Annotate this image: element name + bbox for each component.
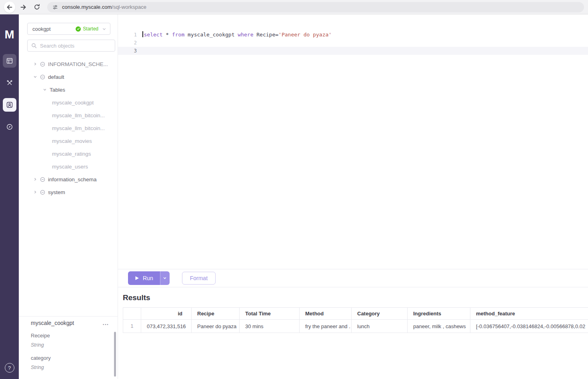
cluster-status-badge: Started bbox=[76, 26, 98, 32]
address-bar[interactable]: console.myscale.com/sql-workspace bbox=[47, 2, 584, 12]
cell-id[interactable]: 073,472,331,516 bbox=[141, 320, 192, 333]
schema-tree: INFORMATION_SCHE... default Tables mysca… bbox=[19, 58, 118, 316]
chevron-down-icon bbox=[163, 276, 167, 280]
back-button[interactable] bbox=[4, 2, 15, 13]
tree-item-table-myscale-users[interactable]: myscale_users bbox=[19, 160, 118, 173]
cell-method-feature[interactable]: [-0.036756407,-0.038146824,-0.00566878,0… bbox=[470, 320, 588, 333]
cluster-status-text: Started bbox=[83, 26, 98, 32]
line-number-2: 2 bbox=[118, 39, 137, 47]
help-glyph: ? bbox=[8, 365, 11, 371]
cell-rownum: 1 bbox=[123, 320, 141, 333]
url-path: /sql-workspace bbox=[112, 4, 146, 10]
header-method[interactable]: Method bbox=[300, 308, 352, 320]
search-input[interactable] bbox=[39, 42, 111, 49]
sql-token: myscale_cookgpt bbox=[188, 32, 238, 38]
run-options-dropdown[interactable] bbox=[160, 271, 170, 285]
tree-item-table-myscale-ratings[interactable]: myscale_ratings bbox=[19, 147, 118, 160]
editor-toolbar: Run Format bbox=[118, 269, 588, 287]
header-total-time[interactable]: Total Time bbox=[240, 308, 300, 320]
cell-category[interactable]: lunch bbox=[352, 320, 408, 333]
cell-method[interactable]: fry the paneer and . bbox=[300, 320, 352, 333]
field-type: String bbox=[31, 342, 111, 348]
reload-button[interactable] bbox=[31, 2, 42, 13]
chevron-down-icon bbox=[43, 88, 47, 92]
sql-token: from bbox=[172, 32, 188, 38]
database-icon bbox=[40, 62, 45, 67]
header-method-feature[interactable]: method_feature bbox=[470, 308, 588, 320]
sql-token: 'Paneer do pyaza' bbox=[278, 32, 332, 38]
tree-item-information-schema-upper[interactable]: INFORMATION_SCHE... bbox=[19, 58, 118, 70]
tree-item-tables[interactable]: Tables bbox=[19, 83, 118, 96]
line-number-3: 3 bbox=[118, 47, 137, 55]
field-name: category bbox=[31, 355, 111, 361]
sql-token: Recipe= bbox=[256, 32, 278, 38]
field-type: String bbox=[31, 365, 111, 370]
chevron-right-icon bbox=[33, 177, 37, 181]
tree-item-table-myscale-llm-bitcoin-1[interactable]: myscale_llm_bitcoin... bbox=[19, 109, 118, 122]
search-box[interactable] bbox=[27, 40, 115, 52]
explore-compass-icon[interactable] bbox=[3, 120, 16, 134]
field-name: Receipe bbox=[31, 333, 111, 339]
header-recipe[interactable]: Recipe bbox=[192, 308, 240, 320]
header-category[interactable]: Category bbox=[352, 308, 408, 320]
sql-workspace-icon[interactable] bbox=[3, 54, 16, 68]
run-button[interactable]: Run bbox=[128, 271, 160, 285]
sql-token: select bbox=[144, 32, 166, 38]
chevron-right-icon bbox=[33, 190, 37, 194]
chevron-right-icon bbox=[33, 62, 37, 66]
myscale-logo: M bbox=[4, 28, 14, 41]
table-name: myscale_llm_bitcoin... bbox=[52, 125, 105, 131]
sql-editor[interactable]: 1 2 3 select * from myscale_cookgpt wher… bbox=[118, 14, 588, 269]
tree-item-default[interactable]: default bbox=[19, 70, 118, 83]
site-settings-icon[interactable] bbox=[52, 4, 58, 10]
tree-label: INFORMATION_SCHE... bbox=[48, 61, 108, 67]
sql-token: where bbox=[238, 32, 256, 38]
tree-item-information-schema[interactable]: information_schema bbox=[19, 173, 118, 186]
search-icon bbox=[31, 43, 37, 48]
forward-arrow-icon bbox=[20, 4, 27, 11]
contacts-icon[interactable] bbox=[3, 98, 16, 112]
main-area: 1 2 3 select * from myscale_cookgpt wher… bbox=[118, 14, 588, 379]
cell-total-time[interactable]: 30 mins bbox=[240, 320, 300, 333]
app-frame: M ? cookgpt Started bbox=[0, 14, 588, 379]
tools-icon[interactable] bbox=[3, 76, 16, 90]
sidebar: cookgpt Started bbox=[19, 14, 118, 379]
inspector-table-title: myscale_cookgpt bbox=[31, 320, 74, 326]
tree-item-system[interactable]: system bbox=[19, 186, 118, 199]
cell-recipe[interactable]: Paneer do pyaza bbox=[192, 320, 240, 333]
sidebar-scrollbar[interactable] bbox=[114, 332, 116, 377]
active-line-highlight bbox=[118, 47, 588, 55]
search-row bbox=[27, 40, 110, 52]
database-icon bbox=[40, 177, 45, 182]
forward-button[interactable] bbox=[18, 2, 29, 13]
tree-item-table-myscale-llm-bitcoin-2[interactable]: myscale_llm_bitcoin... bbox=[19, 122, 118, 134]
header-id[interactable]: id bbox=[141, 308, 192, 320]
url-host: console.myscale.com bbox=[62, 4, 112, 10]
results-title: Results bbox=[123, 293, 588, 303]
tree-label: Tables bbox=[50, 87, 65, 93]
more-options-icon[interactable]: ... bbox=[100, 321, 111, 325]
table-name: myscale_users bbox=[52, 164, 88, 170]
table-row[interactable]: 1 073,472,331,516 Paneer do pyaza 30 min… bbox=[123, 320, 588, 333]
database-icon bbox=[40, 190, 45, 195]
back-arrow-icon bbox=[6, 4, 13, 11]
cell-ingredients[interactable]: paneer, milk , cashews bbox=[408, 320, 470, 333]
code-line-1: select * from myscale_cookgpt where Reci… bbox=[142, 31, 332, 39]
tree-item-table-myscale-cookgpt[interactable]: myscale_cookgpt bbox=[19, 96, 118, 109]
browser-toolbar: console.myscale.com/sql-workspace bbox=[0, 0, 588, 14]
tree-label: system bbox=[48, 189, 65, 195]
results-panel: Results id Recipe Total Time Method bbox=[118, 288, 588, 379]
format-button[interactable]: Format bbox=[182, 272, 216, 285]
help-icon[interactable]: ? bbox=[5, 363, 14, 373]
results-table-wrap: id Recipe Total Time Method Category Ing… bbox=[123, 307, 588, 333]
header-ingredients[interactable]: Ingredients bbox=[408, 308, 470, 320]
table-name: myscale_ratings bbox=[52, 151, 91, 157]
run-button-group: Run bbox=[128, 271, 170, 285]
database-icon bbox=[40, 74, 45, 80]
header-rownum bbox=[123, 308, 141, 320]
cluster-selector[interactable]: cookgpt Started bbox=[27, 23, 110, 35]
table-name: myscale_movies bbox=[52, 138, 92, 144]
chevron-down-icon bbox=[33, 75, 37, 79]
results-table: id Recipe Total Time Method Category Ing… bbox=[123, 307, 588, 333]
tree-item-table-myscale-movies[interactable]: myscale_movies bbox=[19, 134, 118, 147]
